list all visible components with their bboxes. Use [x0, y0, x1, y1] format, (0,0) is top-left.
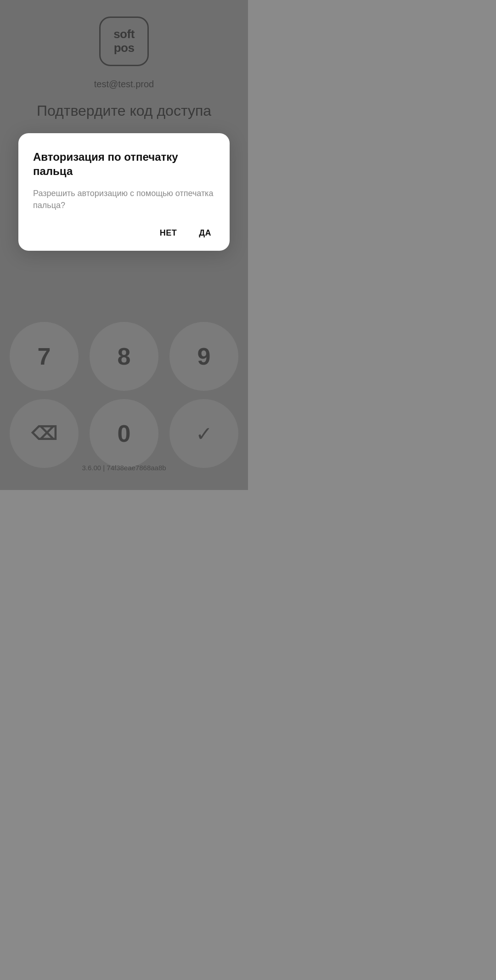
dialog-actions: НЕТ ДА [33, 226, 215, 240]
fingerprint-dialog: Авторизация по отпечатку пальца Разрешит… [18, 133, 230, 251]
dialog-title: Авторизация по отпечатку пальца [33, 150, 215, 178]
dialog-overlay: Авторизация по отпечатку пальца Разрешит… [0, 0, 248, 490]
dialog-no-button[interactable]: НЕТ [156, 226, 181, 240]
dialog-body: Разрешить авторизацию с помощью отпечатк… [33, 187, 215, 211]
dialog-yes-button[interactable]: ДА [195, 226, 215, 240]
